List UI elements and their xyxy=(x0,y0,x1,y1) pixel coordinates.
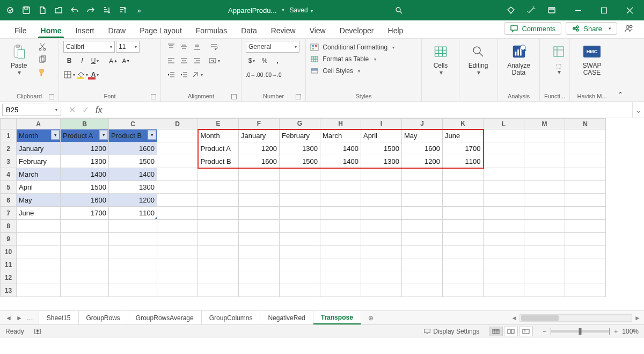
swap-case-button[interactable]: HMC SWAP CASE xyxy=(574,41,610,78)
row-header[interactable]: 8 xyxy=(1,220,17,233)
name-box[interactable]: B25▾ xyxy=(2,104,61,116)
increase-decimal-icon[interactable]: .0→.00 xyxy=(246,69,263,81)
decrease-decimal-icon[interactable]: .00→.0 xyxy=(264,69,281,81)
search-icon[interactable] xyxy=(392,3,406,17)
table-header-cell[interactable]: Product A xyxy=(61,129,109,142)
orientation-icon[interactable]: ▾ xyxy=(191,69,203,81)
undo-icon[interactable] xyxy=(68,3,82,17)
col-header[interactable]: E xyxy=(198,119,239,129)
tab-draw[interactable]: Draw xyxy=(101,23,133,38)
filter-dropdown-icon[interactable] xyxy=(148,130,156,140)
row-header[interactable]: 1 xyxy=(1,129,17,142)
row-header[interactable]: 9 xyxy=(1,233,17,245)
wrap-text-icon[interactable] xyxy=(208,41,220,53)
italic-button[interactable]: I xyxy=(76,55,88,67)
conditional-formatting-button[interactable]: Conditional Formatting ▾ xyxy=(310,43,394,52)
col-header[interactable]: G xyxy=(280,119,320,129)
row-header[interactable]: 11 xyxy=(1,258,17,271)
col-header[interactable]: A xyxy=(17,119,61,129)
select-all-corner[interactable] xyxy=(1,119,17,129)
bold-button[interactable]: B xyxy=(63,55,75,67)
close-button[interactable] xyxy=(617,0,642,20)
account-icon[interactable] xyxy=(621,21,636,36)
zoom-slider[interactable] xyxy=(551,330,610,333)
col-header[interactable]: N xyxy=(565,119,606,129)
cut-icon[interactable] xyxy=(36,41,48,53)
font-dialog-launcher[interactable] xyxy=(151,94,156,99)
col-header[interactable]: C xyxy=(109,119,157,129)
expand-formula-bar-icon[interactable]: ⌄ xyxy=(632,102,644,118)
hscroll-thumb[interactable] xyxy=(521,315,559,321)
sheet-tab[interactable]: GroupRowsAverage xyxy=(128,311,202,324)
collapse-ribbon-icon[interactable]: ⌃ xyxy=(614,39,627,102)
align-right-icon[interactable] xyxy=(191,55,203,67)
number-dialog-launcher[interactable] xyxy=(296,94,301,99)
sheet-nav-more-icon[interactable]: … xyxy=(27,314,33,322)
view-normal-icon[interactable] xyxy=(489,327,503,336)
sheet-tab-active[interactable]: Transpose xyxy=(313,311,361,324)
col-header[interactable]: D xyxy=(157,119,198,129)
tab-formulas[interactable]: Formulas xyxy=(189,23,234,38)
font-color-button[interactable]: A▾ xyxy=(89,69,101,81)
ribbon-mode-icon[interactable] xyxy=(543,3,560,17)
save-icon[interactable] xyxy=(19,3,33,17)
wand-icon[interactable] xyxy=(523,3,540,17)
formula-input[interactable] xyxy=(107,102,632,118)
grow-font-icon[interactable]: A▲ xyxy=(107,55,119,67)
analyze-data-button[interactable]: Analyze Data xyxy=(502,41,535,78)
sort-asc-icon[interactable] xyxy=(100,3,114,17)
tab-help[interactable]: Help xyxy=(381,23,411,38)
share-button[interactable]: Share▾ xyxy=(566,22,617,35)
align-middle-icon[interactable] xyxy=(178,41,190,53)
tab-home[interactable]: Home xyxy=(34,23,69,38)
maximize-button[interactable] xyxy=(591,0,616,20)
row-header[interactable]: 10 xyxy=(1,245,17,258)
paste-button[interactable]: Paste▾ xyxy=(4,41,33,78)
col-header[interactable]: I xyxy=(361,119,402,129)
shrink-font-icon[interactable]: A▼ xyxy=(120,55,132,67)
tab-file[interactable]: File xyxy=(8,23,34,38)
hscroll-track[interactable] xyxy=(519,314,632,322)
editing-button[interactable]: Editing▾ xyxy=(464,41,493,78)
filter-dropdown-icon[interactable] xyxy=(51,130,60,140)
clipboard-dialog-launcher[interactable] xyxy=(49,94,54,99)
align-bottom-icon[interactable] xyxy=(191,41,203,53)
redo-icon[interactable] xyxy=(84,3,98,17)
sheet-nav-next-icon[interactable]: ► xyxy=(16,314,23,322)
qat-more-icon[interactable]: » xyxy=(132,3,146,17)
percent-icon[interactable]: % xyxy=(259,55,270,67)
fill-color-button[interactable]: ▾ xyxy=(76,69,88,81)
col-header[interactable]: K xyxy=(443,119,484,129)
col-header[interactable]: B xyxy=(61,119,109,129)
spreadsheet-grid[interactable]: A B C D E F G H I J K L M N 1 Month Prod… xyxy=(0,118,644,310)
cells-button[interactable]: Cells▾ xyxy=(426,41,455,78)
tab-review[interactable]: Review xyxy=(264,23,303,38)
col-header[interactable]: M xyxy=(524,119,565,129)
sheet-tab[interactable]: Sheet15 xyxy=(39,311,79,324)
align-top-icon[interactable] xyxy=(165,41,177,53)
sheet-nav-prev-icon[interactable]: ◄ xyxy=(5,314,12,322)
hscroll-right-icon[interactable]: ► xyxy=(634,314,641,322)
row-header[interactable]: 4 xyxy=(1,168,17,181)
table-header-cell[interactable]: Product B xyxy=(109,129,157,142)
row-header[interactable]: 6 xyxy=(1,194,17,207)
alignment-dialog-launcher[interactable] xyxy=(231,94,237,99)
copy-icon[interactable] xyxy=(36,54,48,66)
hscroll-left-icon[interactable]: ◄ xyxy=(511,314,517,322)
tab-view[interactable]: View xyxy=(303,23,333,38)
font-name-select[interactable]: Calibri▾ xyxy=(63,41,115,53)
enter-formula-icon[interactable]: ✓ xyxy=(82,105,89,115)
view-page-break-icon[interactable] xyxy=(519,327,533,336)
fx-icon[interactable]: fx xyxy=(96,105,102,115)
col-header[interactable]: L xyxy=(484,119,524,129)
underline-button[interactable]: U▾ xyxy=(89,55,101,67)
number-format-select[interactable]: General▾ xyxy=(246,41,299,53)
currency-icon[interactable]: $▾ xyxy=(246,55,258,67)
save-status[interactable]: Saved ▾ xyxy=(290,6,313,14)
diamond-icon[interactable] xyxy=(502,3,519,17)
font-size-select[interactable]: 11▾ xyxy=(116,41,140,53)
tab-insert[interactable]: Insert xyxy=(68,23,101,38)
filter-dropdown-icon[interactable] xyxy=(99,130,108,140)
align-center-icon[interactable] xyxy=(178,55,190,67)
increase-indent-icon[interactable] xyxy=(178,69,190,81)
